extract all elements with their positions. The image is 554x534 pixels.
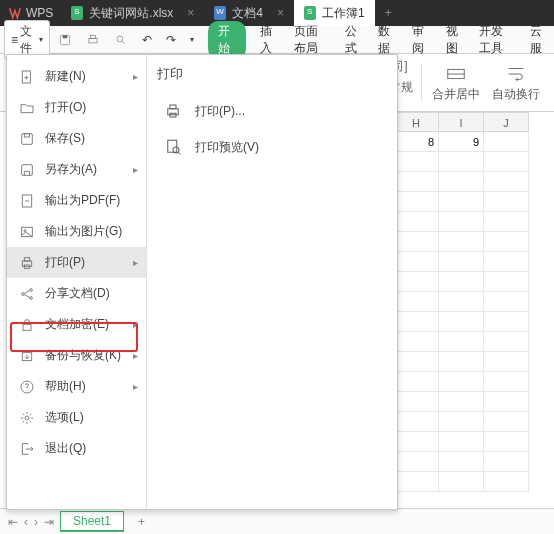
- cell[interactable]: [394, 452, 439, 472]
- cell[interactable]: [394, 172, 439, 192]
- cell[interactable]: [484, 452, 529, 472]
- cell[interactable]: [394, 232, 439, 252]
- close-icon[interactable]: ×: [277, 6, 284, 20]
- cell[interactable]: [484, 352, 529, 372]
- cell[interactable]: [394, 332, 439, 352]
- cell[interactable]: [484, 272, 529, 292]
- cell[interactable]: [484, 412, 529, 432]
- cell[interactable]: [394, 192, 439, 212]
- cell[interactable]: [439, 472, 484, 492]
- merge-center-button[interactable]: 合并居中: [426, 58, 486, 107]
- menu-new[interactable]: 新建(N) ▸: [7, 61, 146, 92]
- menu-options[interactable]: 选项(L): [7, 402, 146, 433]
- col-header-j[interactable]: J: [484, 112, 529, 132]
- preview-quick-button[interactable]: [108, 31, 134, 49]
- table-row[interactable]: [394, 472, 554, 492]
- prev-sheet-nav[interactable]: ‹: [24, 515, 28, 529]
- menu-encrypt[interactable]: 文档加密(E) ▸: [7, 309, 146, 340]
- col-header-h[interactable]: H: [394, 112, 439, 132]
- menu-backup[interactable]: 备份与恢复(K) ▸: [7, 340, 146, 371]
- cell[interactable]: [439, 412, 484, 432]
- cell[interactable]: [484, 192, 529, 212]
- cell[interactable]: [439, 152, 484, 172]
- menu-export-pdf[interactable]: 输出为PDF(F): [7, 185, 146, 216]
- table-row[interactable]: [394, 172, 554, 192]
- cell[interactable]: 8: [394, 132, 439, 152]
- cell[interactable]: [394, 312, 439, 332]
- cell[interactable]: [484, 252, 529, 272]
- submenu-print[interactable]: 打印(P)...: [157, 93, 387, 129]
- redo-button[interactable]: ↷: [160, 31, 182, 49]
- table-row[interactable]: [394, 312, 554, 332]
- cell[interactable]: [439, 292, 484, 312]
- cell[interactable]: [439, 392, 484, 412]
- table-row[interactable]: 89: [394, 132, 554, 152]
- cell[interactable]: [484, 152, 529, 172]
- table-row[interactable]: [394, 452, 554, 472]
- tab-start[interactable]: 开始: [208, 21, 246, 59]
- save-quick-button[interactable]: [52, 31, 78, 49]
- table-row[interactable]: [394, 292, 554, 312]
- table-row[interactable]: [394, 152, 554, 172]
- undo-button[interactable]: ↶: [136, 31, 158, 49]
- cell[interactable]: [394, 272, 439, 292]
- cell[interactable]: [394, 472, 439, 492]
- cell[interactable]: [439, 352, 484, 372]
- tab-cloud[interactable]: 云服: [528, 21, 550, 59]
- table-row[interactable]: [394, 272, 554, 292]
- menu-save[interactable]: 保存(S): [7, 123, 146, 154]
- cell[interactable]: [439, 252, 484, 272]
- add-tab-button[interactable]: +: [375, 6, 402, 20]
- last-sheet-nav[interactable]: ⇥: [44, 515, 54, 529]
- sheet-body[interactable]: 89: [394, 132, 554, 492]
- cell[interactable]: [394, 412, 439, 432]
- submenu-print-preview[interactable]: 打印预览(V): [157, 129, 387, 165]
- doc-tab-keywords[interactable]: 关键词网站.xlsx ×: [61, 0, 204, 26]
- wrap-text-button[interactable]: 自动换行: [486, 58, 546, 107]
- tab-view[interactable]: 视图: [444, 21, 466, 59]
- cell[interactable]: [439, 172, 484, 192]
- cell[interactable]: [394, 352, 439, 372]
- table-row[interactable]: [394, 192, 554, 212]
- col-header-i[interactable]: I: [439, 112, 484, 132]
- cell[interactable]: [484, 392, 529, 412]
- cell[interactable]: [484, 432, 529, 452]
- table-row[interactable]: [394, 232, 554, 252]
- cell[interactable]: [394, 212, 439, 232]
- table-row[interactable]: [394, 432, 554, 452]
- cell[interactable]: [394, 432, 439, 452]
- table-row[interactable]: [394, 372, 554, 392]
- menu-save-as[interactable]: 另存为(A) ▸: [7, 154, 146, 185]
- cell[interactable]: [484, 172, 529, 192]
- cell[interactable]: [439, 372, 484, 392]
- menu-help[interactable]: 帮助(H) ▸: [7, 371, 146, 402]
- tab-insert[interactable]: 插入: [258, 21, 280, 59]
- table-row[interactable]: [394, 352, 554, 372]
- cell[interactable]: [439, 452, 484, 472]
- cell[interactable]: [394, 292, 439, 312]
- cell[interactable]: [439, 432, 484, 452]
- sheet-tab-sheet1[interactable]: Sheet1: [60, 511, 124, 532]
- tab-review[interactable]: 审阅: [410, 21, 432, 59]
- cell[interactable]: [484, 372, 529, 392]
- cell[interactable]: [484, 472, 529, 492]
- menu-open[interactable]: 打开(O): [7, 92, 146, 123]
- cell[interactable]: [394, 152, 439, 172]
- cell[interactable]: [484, 312, 529, 332]
- cell[interactable]: [439, 212, 484, 232]
- print-quick-button[interactable]: [80, 31, 106, 49]
- cell[interactable]: [484, 212, 529, 232]
- cell[interactable]: [484, 292, 529, 312]
- cell[interactable]: [439, 312, 484, 332]
- tab-dev[interactable]: 开发工具: [477, 21, 516, 59]
- cell[interactable]: [394, 392, 439, 412]
- cell[interactable]: [394, 372, 439, 392]
- menu-export-image[interactable]: 输出为图片(G): [7, 216, 146, 247]
- table-row[interactable]: [394, 212, 554, 232]
- add-sheet-button[interactable]: +: [130, 515, 153, 529]
- cell[interactable]: [439, 272, 484, 292]
- cell[interactable]: [439, 332, 484, 352]
- table-row[interactable]: [394, 412, 554, 432]
- cell[interactable]: [439, 232, 484, 252]
- menu-share[interactable]: 分享文档(D): [7, 278, 146, 309]
